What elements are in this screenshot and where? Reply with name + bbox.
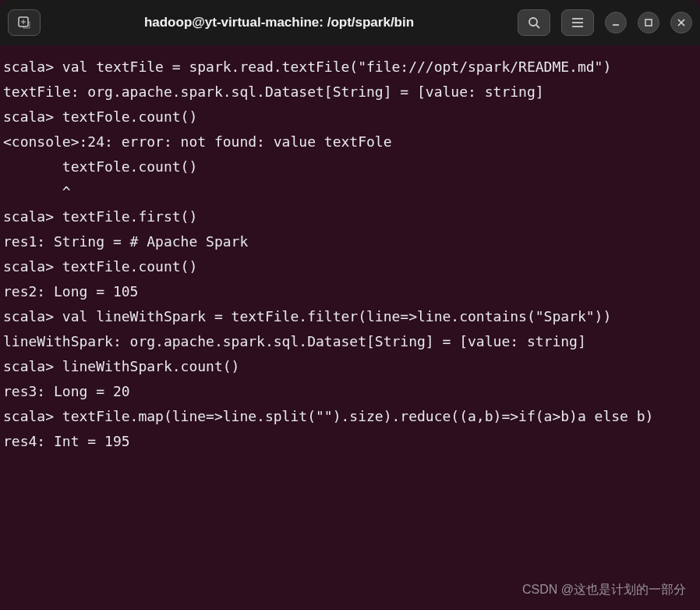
svg-rect-7	[645, 20, 652, 26]
search-button[interactable]	[518, 9, 550, 36]
new-tab-icon	[17, 16, 31, 30]
terminal-line: scala> textFile.first()	[3, 204, 697, 229]
terminal-line: textFile: org.apache.spark.sql.Dataset[S…	[3, 80, 697, 105]
search-icon	[528, 16, 540, 29]
terminal-line: ^	[3, 179, 697, 204]
terminal-line: textFole.count()	[3, 154, 697, 179]
close-button[interactable]	[670, 12, 692, 34]
terminal-line: res2: Long = 105	[3, 279, 697, 304]
terminal-line: lineWithSpark: org.apache.spark.sql.Data…	[3, 329, 697, 354]
minimize-icon	[611, 18, 620, 27]
maximize-button[interactable]	[638, 12, 659, 34]
titlebar: hadoop@yt-virtual-machine: /opt/spark/bi…	[0, 0, 700, 45]
maximize-icon	[644, 18, 653, 27]
window-title: hadoop@yt-virtual-machine: /opt/spark/bi…	[47, 15, 511, 30]
hamburger-icon	[571, 17, 584, 28]
minimize-button[interactable]	[605, 12, 627, 34]
terminal-line: res1: String = # Apache Spark	[3, 229, 697, 254]
terminal-line: scala> textFile.map(line=>line.split("")…	[3, 404, 697, 429]
terminal-content[interactable]: scala> val textFile = spark.read.textFil…	[0, 45, 700, 464]
terminal-line: scala> lineWithSpark.count()	[3, 354, 697, 379]
watermark: CSDN @这也是计划的一部分	[522, 582, 686, 598]
terminal-line: scala> textFole.count()	[3, 105, 697, 129]
terminal-line: scala> val lineWithSpark = textFile.filt…	[3, 304, 697, 329]
close-icon	[677, 18, 686, 27]
terminal-line: res4: Int = 195	[3, 429, 697, 454]
svg-line-2	[536, 25, 539, 28]
terminal-line: <console>:24: error: not found: value te…	[3, 129, 697, 154]
titlebar-right	[518, 9, 692, 36]
new-tab-button[interactable]	[8, 9, 41, 36]
terminal-line: scala> textFile.count()	[3, 254, 697, 279]
svg-point-1	[529, 18, 537, 26]
menu-button[interactable]	[561, 9, 594, 36]
terminal-line: res3: Long = 20	[3, 379, 697, 404]
terminal-line: scala> val textFile = spark.read.textFil…	[3, 55, 697, 80]
